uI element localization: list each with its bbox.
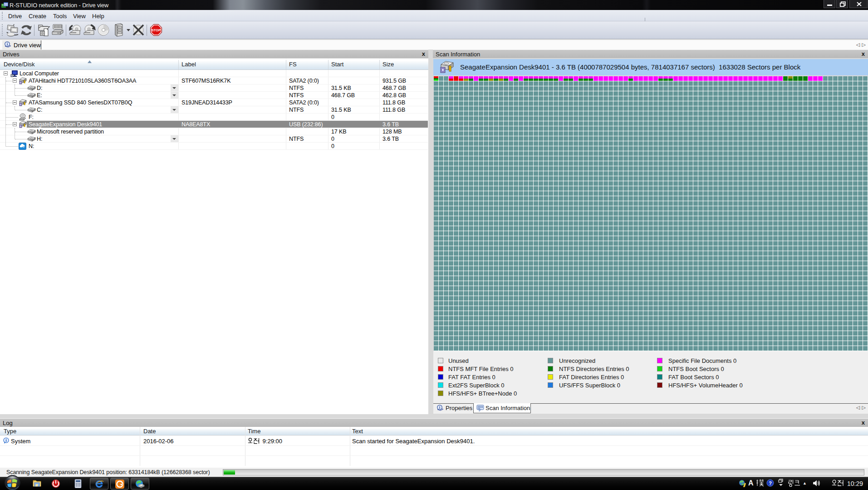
svg-text:N: N	[23, 146, 25, 148]
svg-text:?: ?	[769, 480, 772, 486]
svg-text:STOP: STOP	[152, 28, 161, 32]
